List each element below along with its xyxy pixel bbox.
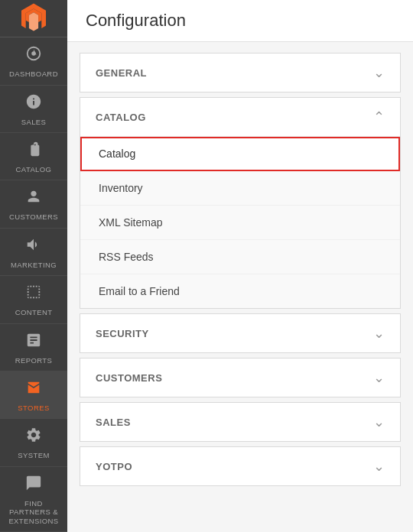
config-section-title-yotpo: YOTPO [96,461,132,472]
sidebar-item-sales[interactable]: SALES [0,86,67,133]
config-section-header-general[interactable]: GENERAL⌄ [80,54,400,92]
sidebar-item-dashboard[interactable]: DASHBOARD [0,37,67,85]
config-section-chevron-catalog: ⌃ [373,109,385,125]
sidebar-items: DASHBOARDSALESCATALOGCUSTOMERSMARKETINGC… [0,37,67,532]
config-item-xml-sitemap[interactable]: XML Sitemap [80,206,400,240]
config-section-chevron-security: ⌄ [373,325,385,342]
sidebar-item-find-partners[interactable]: FIND PARTNERS & EXTENSIONS [0,467,67,532]
sidebar-item-label-marketing: MARKETING [11,261,57,269]
dashboard-icon [25,45,42,66]
sidebar-item-catalog[interactable]: CATALOG [0,133,67,180]
content-icon [25,284,42,305]
config-item-email-to-friend[interactable]: Email to a Friend [80,274,400,308]
page-header: Configuration [67,0,413,42]
sidebar-item-label-catalog: CATALOG [16,165,52,174]
config-section-catalog: CATALOG⌃CatalogInventoryXML SitemapRSS F… [80,97,401,309]
sidebar-item-label-find-partners: FIND PARTNERS & EXTENSIONS [3,499,64,525]
config-section-general: GENERAL⌄ [80,53,401,92]
sidebar-item-marketing[interactable]: MARKETING [0,229,67,276]
config-section-yotpo: YOTPO⌄ [80,446,401,486]
config-section-chevron-customers: ⌄ [373,369,385,386]
config-section-chevron-yotpo: ⌄ [373,458,385,475]
config-section-title-security: SECURITY [96,328,149,339]
config-section-header-catalog[interactable]: CATALOG⌃ [80,98,400,136]
sidebar-item-customers[interactable]: CUSTOMERS [0,180,67,228]
magento-logo-icon [18,2,50,34]
sidebar-logo[interactable] [0,0,67,37]
config-item-rss-feeds[interactable]: RSS Feeds [80,240,400,274]
config-section-title-sales: SALES [96,417,131,428]
page-title: Configuration [86,11,395,31]
stores-icon [25,379,42,401]
sidebar-item-label-reports: REPORTS [15,356,53,365]
config-section-title-general: GENERAL [96,67,147,79]
config-section-header-customers[interactable]: CUSTOMERS⌄ [80,358,400,397]
main-content: Configuration GENERAL⌄CATALOG⌃CatalogInv… [67,0,413,532]
find-partners-icon [25,475,42,496]
config-section-title-catalog: CATALOG [96,112,146,123]
sidebar-item-system[interactable]: SYSTEM [0,419,67,466]
marketing-icon [25,236,42,258]
config-section-header-yotpo[interactable]: YOTPO⌄ [80,447,400,485]
config-section-chevron-general: ⌄ [373,64,385,81]
sidebar-item-label-content: CONTENT [15,308,53,316]
sidebar-item-content[interactable]: CONTENT [0,276,67,323]
config-section-header-sales[interactable]: SALES⌄ [80,403,400,441]
sidebar-item-label-customers: CUSTOMERS [9,212,58,221]
config-section-chevron-sales: ⌄ [373,414,385,430]
config-section-body-catalog: CatalogInventoryXML SitemapRSS FeedsEmai… [80,136,400,308]
catalog-icon [25,141,42,162]
config-section-header-security[interactable]: SECURITY⌄ [80,314,400,352]
sidebar-item-label-sales: SALES [21,118,47,126]
sidebar-item-stores[interactable]: STORES [0,371,67,419]
sidebar-item-label-stores: STORES [18,404,49,412]
config-section-sales: SALES⌄ [80,402,401,442]
config-section-title-customers: CUSTOMERS [96,372,162,384]
sidebar-item-label-dashboard: DASHBOARD [9,70,58,78]
sidebar-item-reports[interactable]: REPORTS [0,324,67,371]
config-section-security: SECURITY⌄ [80,313,401,353]
sales-icon [25,93,42,115]
customers-icon [25,188,42,209]
config-item-inventory[interactable]: Inventory [80,171,400,206]
sidebar: DASHBOARDSALESCATALOGCUSTOMERSMARKETINGC… [0,0,67,532]
config-content: GENERAL⌄CATALOG⌃CatalogInventoryXML Site… [67,42,413,501]
config-section-customers: CUSTOMERS⌄ [80,358,401,397]
sidebar-item-label-system: SYSTEM [18,451,49,459]
config-item-catalog[interactable]: Catalog [80,137,400,171]
reports-icon [25,332,42,353]
system-icon [25,427,42,448]
